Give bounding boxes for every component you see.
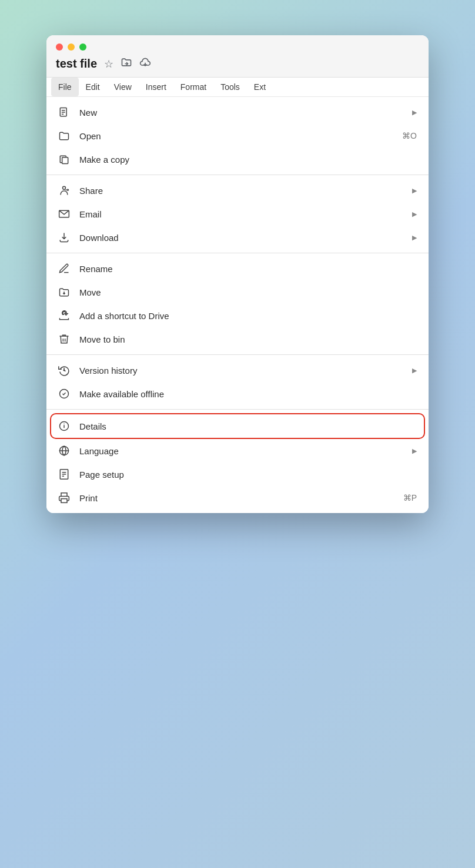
rename-icon (58, 263, 75, 274)
trash-icon (58, 333, 75, 345)
download-icon (58, 232, 75, 243)
new-arrow: ▶ (412, 109, 417, 116)
svg-rect-4 (62, 157, 68, 164)
star-icon[interactable]: ☆ (104, 58, 113, 71)
download-arrow: ▶ (412, 234, 417, 242)
menu-format[interactable]: Format (173, 78, 213, 96)
version-arrow: ▶ (412, 367, 417, 374)
traffic-lights (56, 43, 419, 51)
menu-item-download[interactable]: Download ▶ (46, 226, 429, 249)
menu-item-copy[interactable]: Make a copy (46, 148, 429, 171)
history-icon (58, 364, 75, 376)
menu-edit[interactable]: Edit (79, 78, 107, 96)
menu-item-rename[interactable]: Rename (46, 257, 429, 280)
version-label: Version history (79, 366, 407, 376)
email-label: Email (79, 209, 407, 219)
menu-item-open[interactable]: Open ⌘O (46, 124, 429, 148)
cloud-icon[interactable] (139, 56, 151, 71)
menu-item-details[interactable]: Details (51, 414, 424, 438)
menu-item-shortcut[interactable]: Add a shortcut to Drive (46, 304, 429, 327)
offline-label: Make available offline (79, 389, 417, 399)
move-icon (58, 286, 75, 298)
menu-section-4: Version history ▶ Make available offline (46, 355, 429, 410)
print-shortcut: ⌘P (403, 493, 417, 502)
share-icon (58, 185, 75, 196)
language-arrow: ▶ (412, 447, 417, 455)
menu-item-offline[interactable]: Make available offline (46, 382, 429, 405)
title-row: test file ☆ (56, 56, 419, 71)
pagesetup-label: Page setup (79, 470, 417, 480)
maximize-button[interactable] (79, 43, 86, 51)
menu-item-move[interactable]: Move (46, 280, 429, 304)
document-title: test file (56, 57, 97, 71)
copy-icon (58, 153, 75, 165)
title-bar: test file ☆ (46, 35, 429, 78)
rename-label: Rename (79, 264, 417, 274)
menu-item-share[interactable]: Share ▶ (46, 179, 429, 202)
close-button[interactable] (56, 43, 63, 51)
menu-bar: File Edit View Insert Format Tools Ext (46, 78, 429, 97)
open-shortcut: ⌘O (402, 131, 417, 140)
folder-move-icon[interactable] (121, 56, 132, 71)
share-arrow: ▶ (412, 187, 417, 195)
svg-rect-18 (61, 499, 67, 503)
copy-label: Make a copy (79, 155, 417, 165)
file-dropdown: New ▶ Open ⌘O Make a (46, 97, 429, 513)
minimize-button[interactable] (68, 43, 75, 51)
open-icon (58, 130, 75, 142)
offline-icon (58, 388, 75, 400)
menu-tools[interactable]: Tools (213, 78, 247, 96)
open-label: Open (79, 131, 402, 141)
move-label: Move (79, 287, 417, 297)
menu-item-email[interactable]: Email ▶ (46, 202, 429, 226)
menu-item-language[interactable]: Language ▶ (46, 439, 429, 463)
menu-file[interactable]: File (51, 78, 79, 96)
menu-item-print[interactable]: Print ⌘P (46, 486, 429, 510)
shortcut-label: Add a shortcut to Drive (79, 311, 417, 321)
menu-section-2: Share ▶ Email ▶ (46, 175, 429, 253)
share-label: Share (79, 186, 407, 196)
menu-item-bin[interactable]: Move to bin (46, 327, 429, 351)
menu-section-1: New ▶ Open ⌘O Make a (46, 97, 429, 175)
print-icon (58, 492, 75, 504)
page-icon (58, 468, 75, 480)
new-label: New (79, 108, 407, 118)
details-label: Details (79, 421, 417, 431)
email-icon (58, 208, 75, 220)
new-doc-icon (58, 106, 75, 118)
menu-section-5: Details Language ▶ (46, 410, 429, 513)
globe-icon (58, 445, 75, 457)
menu-section-3: Rename Move Add a shortc (46, 253, 429, 355)
menu-item-pagesetup[interactable]: Page setup (46, 463, 429, 486)
download-label: Download (79, 233, 407, 243)
info-icon (58, 420, 75, 432)
app-window: test file ☆ File Edit View Insert Format… (46, 35, 429, 513)
bin-label: Move to bin (79, 334, 417, 344)
svg-point-5 (63, 186, 66, 189)
menu-insert[interactable]: Insert (139, 78, 173, 96)
menu-item-new[interactable]: New ▶ (46, 100, 429, 124)
menu-ext[interactable]: Ext (247, 78, 273, 96)
email-arrow: ▶ (412, 210, 417, 218)
menu-item-version[interactable]: Version history ▶ (46, 358, 429, 382)
shortcut-icon (58, 310, 75, 321)
print-label: Print (79, 493, 403, 503)
language-label: Language (79, 446, 407, 456)
menu-view[interactable]: View (107, 78, 139, 96)
